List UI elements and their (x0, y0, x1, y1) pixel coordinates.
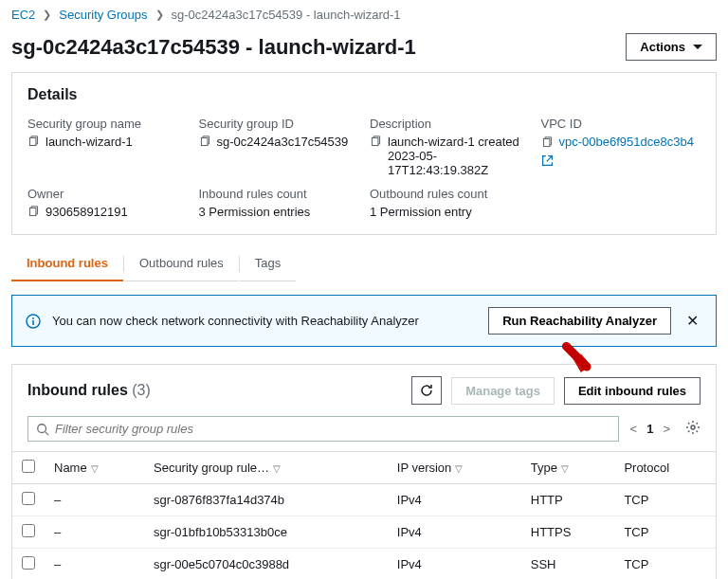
rules-count: (3) (132, 382, 151, 398)
cell-rule-id: sgr-00e5c0704c0c3988d (144, 549, 388, 580)
col-type[interactable]: Type▽ (521, 452, 615, 484)
actions-label: Actions (640, 40, 685, 54)
cell-protocol: TCP (614, 516, 716, 549)
breadcrumb-current: sg-0c2424a3c17c54539 - launch-wizard-1 (172, 8, 401, 22)
svg-rect-1 (201, 137, 208, 145)
manage-tags-button: Manage tags (451, 377, 555, 405)
reachability-banner: You can now check network connectivity w… (11, 295, 717, 347)
caret-down-icon (693, 45, 702, 49)
search-input[interactable] (55, 422, 610, 436)
tab-outbound[interactable]: Outbound rules (124, 246, 239, 281)
svg-point-6 (32, 317, 34, 319)
table-row[interactable]: –sgr-0876f837fa14d374bIPv4HTTPTCP (12, 484, 716, 516)
actions-button[interactable]: Actions (626, 33, 717, 61)
cell-name: – (45, 516, 144, 549)
row-checkbox[interactable] (22, 524, 35, 537)
details-panel: Details Security group name launch-wizar… (11, 72, 717, 235)
label-sg-id: Security group ID (199, 117, 359, 131)
svg-rect-4 (29, 208, 36, 215)
rules-title: Inbound rules (27, 382, 128, 398)
cell-ip-version: IPv4 (388, 516, 521, 549)
svg-point-10 (691, 425, 695, 429)
value-owner: 930658912191 (46, 205, 128, 219)
details-title: Details (12, 73, 716, 113)
label-vpc-id: VPC ID (541, 117, 701, 131)
chevron-right-icon: ❯ (43, 9, 51, 21)
cell-type: HTTP (521, 484, 615, 516)
cell-protocol: TCP (614, 484, 716, 516)
col-rule-id[interactable]: Security group rule…▽ (144, 452, 388, 484)
copy-icon[interactable] (370, 136, 382, 148)
tab-inbound[interactable]: Inbound rules (11, 246, 123, 281)
info-icon (26, 314, 41, 329)
cell-type: HTTPS (521, 516, 615, 549)
settings-gear-icon[interactable] (685, 420, 701, 438)
value-sg-id: sg-0c2424a3c17c54539 (217, 135, 349, 149)
row-checkbox[interactable] (22, 492, 35, 505)
inbound-rules-panel: Inbound rules (3) Manage tags Edit inbou… (11, 364, 717, 579)
col-ip-version[interactable]: IP version▽ (388, 452, 521, 484)
search-icon (36, 423, 49, 436)
copy-icon[interactable] (27, 206, 40, 218)
value-outbound-count: 1 Permission entry (370, 205, 472, 219)
copy-icon[interactable] (199, 136, 211, 148)
page-next[interactable]: > (663, 422, 670, 436)
cell-name: – (45, 549, 144, 580)
label-owner: Owner (27, 187, 188, 201)
copy-icon[interactable] (541, 136, 554, 149)
label-outbound-count: Outbound rules count (370, 187, 530, 201)
page-number: 1 (646, 422, 653, 436)
label-sg-name: Security group name (27, 117, 188, 131)
select-all-checkbox[interactable] (22, 460, 35, 473)
breadcrumb-root[interactable]: EC2 (11, 8, 35, 22)
copy-icon[interactable] (27, 136, 40, 148)
value-inbound-count: 3 Permission entries (199, 205, 311, 219)
refresh-button[interactable] (411, 376, 442, 405)
cell-protocol: TCP (614, 549, 716, 580)
svg-rect-7 (32, 320, 34, 325)
table-row[interactable]: –sgr-01bfb10b53313b0ceIPv4HTTPSTCP (12, 516, 716, 549)
breadcrumb-parent[interactable]: Security Groups (59, 8, 147, 22)
svg-rect-0 (29, 137, 36, 145)
tab-tags[interactable]: Tags (240, 246, 296, 281)
cell-ip-version: IPv4 (388, 484, 521, 516)
refresh-icon (419, 383, 434, 398)
svg-line-9 (46, 431, 49, 435)
table-row[interactable]: –sgr-00e5c0704c0c3988dIPv4SSHTCP (12, 549, 716, 580)
cell-name: – (45, 484, 144, 516)
chevron-right-icon: ❯ (155, 9, 164, 21)
col-name[interactable]: Name▽ (45, 452, 144, 484)
rules-table: Name▽ Security group rule…▽ IP version▽ … (12, 451, 716, 579)
value-description: launch-wizard-1 created 2023-05-17T12:43… (388, 135, 530, 177)
page-prev[interactable]: < (630, 422, 638, 436)
page-title: sg-0c2424a3c17c54539 - launch-wizard-1 (11, 35, 416, 60)
cell-rule-id: sgr-01bfb10b53313b0ce (144, 516, 388, 549)
vpc-link[interactable]: vpc-00be6f951dce8c3b4 (559, 135, 694, 149)
svg-rect-2 (372, 137, 378, 145)
cell-type: SSH (521, 549, 615, 580)
tabs: Inbound rules Outbound rules Tags (11, 246, 717, 281)
search-box[interactable] (27, 416, 619, 442)
edit-inbound-rules-button[interactable]: Edit inbound rules (564, 377, 701, 405)
annotation-arrow-icon (561, 341, 595, 375)
cell-ip-version: IPv4 (388, 549, 521, 580)
svg-rect-3 (543, 138, 550, 146)
label-inbound-count: Inbound rules count (199, 187, 359, 201)
close-icon[interactable]: ✕ (682, 312, 702, 330)
svg-point-8 (38, 424, 46, 432)
label-description: Description (370, 117, 530, 131)
banner-text: You can now check network connectivity w… (52, 314, 477, 328)
cell-rule-id: sgr-0876f837fa14d374b (144, 484, 388, 516)
breadcrumb: EC2 ❯ Security Groups ❯ sg-0c2424a3c17c5… (0, 0, 728, 29)
col-protocol[interactable]: Protocol (614, 452, 716, 484)
value-sg-name: launch-wizard-1 (46, 135, 133, 149)
external-link-icon[interactable] (541, 154, 554, 167)
run-reachability-button[interactable]: Run Reachability Analyzer (488, 307, 671, 335)
row-checkbox[interactable] (22, 556, 35, 570)
